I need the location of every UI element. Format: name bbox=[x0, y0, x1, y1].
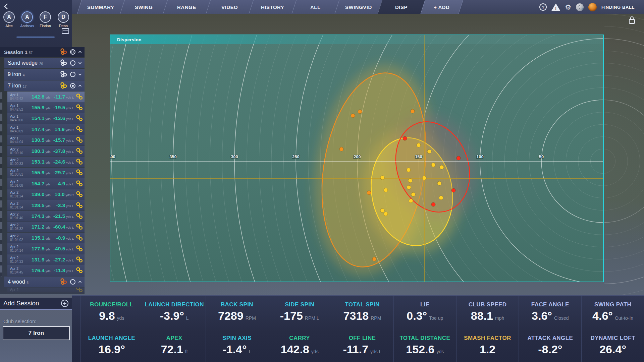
club-radio-icon[interactable] bbox=[69, 60, 76, 66]
club-radio-icon[interactable] bbox=[69, 279, 76, 285]
club-row-9-iron[interactable]: 9 iron4 bbox=[4, 69, 85, 80]
shot-row[interactable]: Apr 104:44:04130.5yds-15.7yds L bbox=[7, 135, 85, 145]
shot-dot[interactable] bbox=[403, 136, 407, 140]
shot-dot[interactable] bbox=[380, 208, 384, 213]
shot-row[interactable]: Apr 201:01:24139.0yds10.0yds R bbox=[7, 189, 85, 200]
shot-dot[interactable] bbox=[372, 257, 376, 261]
shot-dot[interactable] bbox=[417, 143, 421, 147]
shot-dot[interactable] bbox=[384, 188, 388, 192]
session-header[interactable]: Session 1 57 bbox=[0, 47, 85, 57]
shot-row[interactable]: Apr 201:01:34128.5yds-3.3yds L bbox=[7, 200, 85, 210]
shot-row[interactable]: Apr 104:43:00154.1yds-13.6yds L bbox=[7, 113, 85, 124]
shot-offline-value: -0.9 bbox=[56, 235, 65, 241]
shot-row[interactable]: Apr 201:03:32171.2yds-60.4yds L bbox=[7, 222, 85, 232]
club-row-7-iron[interactable]: 7 iron17 bbox=[4, 80, 85, 91]
player-andreas[interactable]: AAndreas bbox=[19, 11, 35, 28]
tab-range[interactable]: RANGE bbox=[163, 0, 210, 14]
shot-offline-value: -21.5 bbox=[53, 213, 65, 219]
shot-dot[interactable] bbox=[339, 147, 343, 151]
shot-row[interactable]: Apr 201:00:16180.3yds-37.8yds L bbox=[7, 146, 85, 156]
shot-dot[interactable] bbox=[407, 168, 411, 172]
shot-dot[interactable] bbox=[384, 212, 388, 216]
shot-dot[interactable] bbox=[422, 176, 426, 180]
tab-all[interactable]: ALL bbox=[291, 0, 339, 14]
shot-dot[interactable] bbox=[411, 109, 415, 113]
session-card-icon[interactable] bbox=[62, 28, 69, 34]
shot-offline-value: 10.0 bbox=[55, 191, 65, 197]
settings-gear-icon[interactable]: ⚙ bbox=[565, 4, 571, 11]
shot-row[interactable]: Apr 201:04:02135.1yds-0.9yds L bbox=[7, 233, 85, 243]
add-session-button[interactable]: Add Session bbox=[0, 298, 72, 309]
shot-row[interactable]: Apr 201:04:14177.5yds-40.5yds L bbox=[7, 243, 85, 254]
tab-disp[interactable]: DISP bbox=[377, 0, 425, 14]
club-radio-icon[interactable] bbox=[69, 71, 76, 78]
stat-lie: LIE0.3°Toe up bbox=[393, 296, 456, 329]
shot-offline-unit: yds L bbox=[66, 150, 74, 154]
shot-carry: 154.1yds bbox=[25, 115, 51, 121]
shot-dot[interactable] bbox=[431, 163, 435, 167]
club-row-sand-wedge[interactable]: Sand wedge26 bbox=[4, 58, 85, 68]
tab-video[interactable]: VIDEO bbox=[206, 0, 253, 14]
shot-time-label: 04:43:09 bbox=[10, 129, 25, 133]
shot-dot[interactable] bbox=[408, 179, 412, 183]
club-shots-icon bbox=[60, 82, 67, 89]
shot-carry-unit: yds bbox=[46, 150, 51, 154]
shot-dot[interactable] bbox=[457, 156, 461, 160]
shot-dot[interactable] bbox=[367, 191, 371, 195]
shot-cluster-icon bbox=[76, 256, 83, 263]
club-chevron-icon[interactable] bbox=[78, 281, 82, 283]
club-radio-icon[interactable] bbox=[69, 82, 76, 89]
tab-swingvid[interactable]: SWINGVID bbox=[334, 0, 382, 14]
shot-row[interactable]: Apr 104:42:42142.8yds-11.7yds L bbox=[7, 92, 85, 102]
player-denn[interactable]: DDenn bbox=[56, 11, 71, 28]
shot-row[interactable]: Apr 104:43:09147.4yds14.9yds R bbox=[7, 124, 85, 134]
session-collapse-icon[interactable] bbox=[78, 51, 82, 53]
shot-row[interactable]: Apr 104:42:52155.9yds-19.5yds L bbox=[7, 102, 85, 113]
shot-time-label: 01:04:14 bbox=[10, 249, 25, 252]
shot-dot[interactable] bbox=[431, 202, 435, 206]
help-icon[interactable]: ? bbox=[539, 3, 547, 11]
club-chevron-icon[interactable] bbox=[78, 73, 82, 76]
tab-summary[interactable]: SUMMARY bbox=[77, 0, 124, 14]
tab-swing[interactable]: SWING bbox=[120, 0, 167, 14]
shot-row[interactable]: Apr 201:01:46174.3yds-21.5yds L bbox=[7, 211, 85, 221]
club-selection-dropdown[interactable]: 7 Iron bbox=[3, 326, 70, 340]
warning-icon[interactable]: ! bbox=[551, 3, 560, 11]
club-chevron-icon[interactable] bbox=[78, 84, 82, 87]
club-chevron-icon[interactable] bbox=[78, 62, 82, 64]
shot-row[interactable]: Apr 2 bbox=[7, 288, 85, 292]
shot-row[interactable]: Apr 201:01:08154.7yds-4.9yds L bbox=[7, 178, 85, 189]
shot-dot[interactable] bbox=[437, 181, 441, 185]
ball-detect-icon[interactable]: + bbox=[576, 3, 584, 11]
shot-dot[interactable] bbox=[427, 149, 431, 154]
shot-carry: 177.5yds bbox=[25, 246, 51, 252]
shot-row[interactable]: Apr 201:04:33131.9yds-27.2yds L bbox=[7, 254, 85, 265]
shot-dot[interactable] bbox=[439, 196, 443, 200]
shot-carry-unit: yds bbox=[46, 96, 51, 99]
shot-dot[interactable] bbox=[451, 188, 455, 192]
shot-row[interactable]: Apr 201:04:45176.4yds-11.8yds L bbox=[7, 265, 85, 276]
lock-icon[interactable] bbox=[628, 15, 636, 25]
shot-offline: -60.4yds L bbox=[50, 224, 74, 230]
shot-time-label: 04:44:04 bbox=[10, 140, 25, 144]
player-scrollbar[interactable] bbox=[16, 37, 55, 38]
ring-label: 300 bbox=[231, 154, 238, 159]
session-target-icon[interactable] bbox=[69, 49, 76, 55]
shot-list-scrollbar[interactable] bbox=[0, 92, 2, 277]
shot-dot[interactable] bbox=[440, 165, 444, 169]
shot-dot[interactable] bbox=[358, 110, 362, 114]
add-tab-button[interactable]: + ADD bbox=[420, 0, 463, 14]
player-alec[interactable]: AAlec bbox=[1, 11, 17, 28]
shot-row[interactable]: Apr 201:00:33153.1yds-24.6yds L bbox=[7, 157, 85, 167]
shot-dot[interactable] bbox=[351, 114, 355, 118]
shot-dot[interactable] bbox=[380, 176, 384, 180]
club-row-4-wood[interactable]: 4 wood6 bbox=[4, 277, 85, 287]
shot-dot[interactable] bbox=[409, 199, 413, 203]
tab-history[interactable]: HISTORY bbox=[249, 0, 296, 14]
shot-row[interactable]: Apr 201:00:51155.9yds-29.7yds L bbox=[7, 168, 85, 178]
stat-value: 16.9° bbox=[98, 343, 125, 356]
player-florian[interactable]: FFlorian bbox=[38, 11, 53, 28]
shot-dot[interactable] bbox=[407, 185, 411, 189]
shot-dot[interactable] bbox=[411, 192, 415, 196]
back-button[interactable] bbox=[2, 2, 11, 11]
